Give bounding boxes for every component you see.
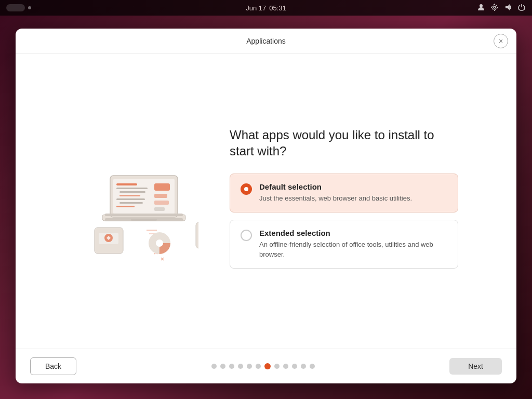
svg-rect-14 — [116, 188, 148, 189]
volume-icon[interactable] — [504, 3, 512, 13]
option-default-description: Just the essentials, web browser and bas… — [259, 193, 447, 204]
topbar-center: Jun 17 05:31 — [246, 4, 286, 12]
progress-dot-1 — [211, 364, 217, 369]
progress-dot-7 — [264, 363, 271, 369]
option-default-text: Default selection Just the essentials, w… — [259, 182, 447, 204]
radio-default-inner — [244, 187, 248, 191]
progress-dots — [211, 363, 315, 369]
progress-dot-11 — [301, 364, 306, 369]
svg-rect-13 — [116, 183, 137, 185]
applications-dialog: Applications × — [16, 29, 516, 383]
next-button[interactable]: Next — [449, 358, 502, 375]
svg-rect-19 — [116, 206, 135, 207]
radio-extended — [241, 230, 252, 241]
progress-dot-10 — [292, 364, 297, 369]
topbar-date: Jun 17 — [246, 4, 266, 12]
svg-rect-15 — [119, 191, 145, 193]
option-extended-label: Extended selection — [259, 229, 447, 237]
progress-dot-6 — [256, 364, 261, 369]
illustration — [74, 134, 198, 269]
topbar-time: 05:31 — [269, 4, 286, 12]
power-icon[interactable] — [517, 3, 526, 13]
progress-dot-5 — [247, 364, 252, 369]
svg-rect-17 — [116, 198, 145, 200]
option-extended-text: Extended selection An offline-friendly s… — [259, 229, 447, 260]
right-content: What apps would you like to install to s… — [230, 127, 458, 276]
svg-point-1 — [494, 6, 496, 8]
svg-point-0 — [480, 4, 483, 7]
svg-rect-23 — [154, 207, 165, 211]
progress-dot-9 — [283, 364, 288, 369]
svg-rect-20 — [154, 183, 170, 191]
topbar-left — [6, 4, 31, 11]
svg-point-2 — [492, 5, 497, 10]
dialog-content: What apps would you like to install to s… — [16, 54, 516, 349]
svg-marker-7 — [506, 4, 510, 10]
svg-rect-16 — [119, 195, 140, 196]
svg-rect-10 — [131, 219, 157, 221]
option-extended-description: An offline-friendly selection of office … — [259, 240, 447, 260]
topbar: Jun 17 05:31 — [0, 0, 532, 16]
radio-default — [241, 183, 252, 195]
topbar-dot — [28, 6, 31, 9]
option-default-label: Default selection — [259, 182, 447, 191]
option-extended[interactable]: Extended selection An offline-friendly s… — [230, 220, 458, 269]
dialog-titlebar: Applications × — [16, 29, 516, 54]
progress-dot-4 — [238, 364, 243, 369]
dialog-title: Applications — [246, 37, 286, 45]
topbar-right — [477, 3, 526, 13]
option-default[interactable]: Default selection Just the essentials, w… — [230, 174, 458, 212]
topbar-pill — [6, 4, 25, 11]
progress-dot-2 — [220, 364, 225, 369]
dialog-footer: Back Next — [16, 349, 516, 383]
svg-rect-18 — [119, 202, 143, 204]
svg-rect-21 — [154, 194, 167, 198]
progress-dot-8 — [274, 364, 280, 369]
dialog-close-button[interactable]: × — [494, 34, 508, 48]
progress-dot-12 — [310, 364, 315, 369]
progress-dot-3 — [229, 364, 234, 369]
svg-rect-24 — [105, 214, 183, 216]
person-icon[interactable] — [477, 3, 485, 13]
svg-rect-22 — [154, 201, 169, 205]
network-icon[interactable] — [490, 3, 499, 13]
svg-rect-28 — [196, 222, 198, 248]
question-title: What apps would you like to install to s… — [230, 127, 458, 159]
back-button[interactable]: Back — [30, 357, 76, 375]
